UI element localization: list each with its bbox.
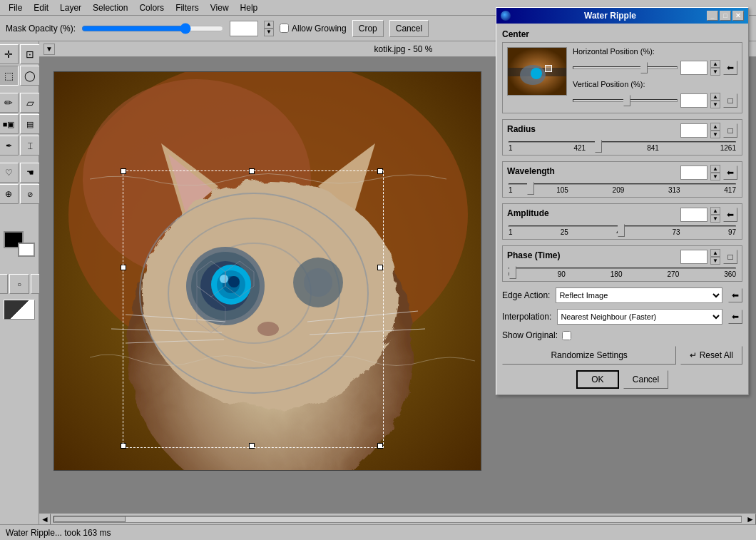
tool-btn-1[interactable]: ○	[0, 274, 8, 294]
wavelength-spin-down[interactable]: ▼	[710, 173, 720, 180]
amplitude-thumb[interactable]	[618, 224, 625, 237]
phase-spin-down[interactable]: ▼	[710, 257, 720, 265]
tool-fg-bg[interactable]	[4, 300, 35, 320]
tool-pan[interactable]: ☚	[20, 163, 40, 183]
handle-tl[interactable]	[121, 168, 126, 174]
menu-layer[interactable]: Layer	[54, 1, 87, 14]
tool-eraser[interactable]: ▱	[20, 93, 40, 113]
v-position-input[interactable]: 50	[680, 93, 708, 108]
spin-down[interactable]: ▼	[264, 29, 274, 36]
menu-edit[interactable]: Edit	[28, 1, 54, 14]
radius-slider[interactable]	[509, 141, 736, 143]
tool-crop2[interactable]: ⊡	[20, 44, 40, 64]
h-position-thumb[interactable]	[640, 62, 648, 73]
close-btn[interactable]: ✕	[732, 11, 744, 21]
randomize-button[interactable]: Randomize Settings	[502, 346, 676, 365]
handle-bl[interactable]	[121, 443, 126, 449]
amplitude-spinner[interactable]: ▲ ▼	[710, 207, 720, 223]
h-position-spinner[interactable]: ▲ ▼	[710, 60, 720, 76]
amplitude-input[interactable]: 49	[680, 208, 708, 222]
amplitude-reset-btn[interactable]: ⬅	[723, 208, 737, 222]
phase-slider[interactable]	[509, 268, 736, 269]
menu-help[interactable]: Help	[235, 1, 264, 14]
phase-spin-up[interactable]: ▲	[710, 249, 720, 257]
wavelength-slider[interactable]	[509, 183, 736, 185]
handle-br[interactable]	[377, 443, 383, 449]
radius-thumb[interactable]	[595, 140, 602, 153]
v-spin-up[interactable]: ▲	[710, 93, 720, 101]
v-reset-btn[interactable]: □	[723, 93, 737, 108]
v-position-spinner[interactable]: ▲ ▼	[710, 93, 720, 108]
tool-zoom[interactable]: ⊕	[0, 184, 19, 204]
edge-action-select[interactable]: Reflect Image Smear Black	[556, 287, 722, 303]
h-scroll-track[interactable]	[53, 516, 742, 523]
wavelength-reset-btn[interactable]: ⬅	[723, 165, 737, 180]
h-scrollbar[interactable]: ◄ ►	[39, 513, 756, 524]
tool-gradient[interactable]: ▤	[20, 114, 40, 134]
maximize-btn[interactable]: □	[720, 11, 731, 21]
radius-spin-down[interactable]: ▼	[710, 131, 720, 138]
spin-up[interactable]: ▲	[264, 21, 274, 29]
handle-ml[interactable]	[121, 265, 126, 270]
menu-selection[interactable]: Selection	[87, 1, 133, 14]
interp-reset-btn[interactable]: ⬅	[728, 310, 742, 324]
mask-opacity-spinner[interactable]: ▲ ▼	[264, 21, 274, 36]
h-position-slider[interactable]	[573, 66, 678, 69]
tool-path[interactable]: ⌶	[20, 136, 40, 156]
tool-color-fill[interactable]: ■▣	[0, 114, 19, 134]
tool-paint-brush[interactable]: ✏	[0, 93, 19, 113]
wavelength-spin-up[interactable]: ▲	[710, 165, 720, 173]
mask-opacity-slider[interactable]	[81, 23, 224, 34]
phase-spinner[interactable]: ▲ ▼	[710, 249, 720, 265]
tool-move[interactable]: ✛	[0, 44, 19, 64]
tool-select-ellipse[interactable]: ◯	[20, 66, 40, 86]
amplitude-spin-down[interactable]: ▼	[710, 215, 720, 223]
tool-select-rect[interactable]: ⬚	[0, 66, 19, 86]
radius-reset-btn[interactable]: □	[723, 123, 737, 138]
scroll-left-btn[interactable]: ◄	[39, 514, 51, 525]
v-spin-down[interactable]: ▼	[710, 101, 720, 108]
show-original-checkbox[interactable]	[562, 331, 571, 340]
handle-mr[interactable]	[377, 265, 383, 270]
radius-spin-up[interactable]: ▲	[710, 123, 720, 131]
tool-measure[interactable]: ⊘	[20, 184, 40, 204]
background-color[interactable]	[18, 243, 35, 257]
tool-pencil[interactable]: ✒	[0, 136, 19, 156]
canvas-scroll-btn[interactable]: ▼	[44, 44, 55, 55]
handle-bm[interactable]	[249, 443, 255, 449]
wavelength-spinner[interactable]: ▲ ▼	[710, 165, 720, 180]
phase-input[interactable]: 0	[680, 250, 708, 264]
h-reset-btn[interactable]: ⬅	[723, 61, 737, 75]
v-position-thumb[interactable]	[623, 95, 630, 106]
allow-growing-label[interactable]: Allow Growing	[280, 24, 347, 34]
h-scroll-thumb[interactable]	[54, 516, 126, 522]
mask-opacity-input[interactable]: 75	[230, 21, 258, 36]
phase-reset-btn[interactable]: □	[723, 250, 737, 264]
h-spin-up[interactable]: ▲	[710, 60, 720, 68]
tool-lasso[interactable]: ♡	[0, 163, 19, 183]
interpolation-select[interactable]: Nearest Neighbour (Faster) Linear Cubic	[557, 309, 722, 325]
phase-thumb[interactable]	[509, 266, 516, 279]
crop-button[interactable]: Crop	[352, 20, 384, 37]
scroll-right-btn[interactable]: ►	[745, 514, 756, 525]
minimize-btn[interactable]: _	[707, 11, 718, 21]
radius-spinner[interactable]: ▲ ▼	[710, 123, 720, 138]
tool-btn-2[interactable]: ○	[9, 274, 29, 294]
allow-growing-checkbox[interactable]	[280, 24, 289, 33]
amplitude-slider[interactable]	[509, 225, 736, 227]
edge-reset-btn[interactable]: ⬅	[728, 288, 742, 302]
menu-file[interactable]: File	[3, 1, 28, 14]
wavelength-input[interactable]: 37	[680, 165, 708, 180]
radius-input[interactable]: 504	[680, 123, 708, 138]
handle-tm[interactable]	[249, 168, 255, 174]
dialog-cancel-button[interactable]: Cancel	[623, 370, 668, 389]
h-position-input[interactable]: 67	[680, 61, 708, 75]
wavelength-thumb[interactable]	[527, 182, 534, 195]
handle-tr[interactable]	[377, 168, 383, 174]
cancel-button[interactable]: Cancel	[389, 20, 429, 37]
ok-button[interactable]: OK	[576, 370, 619, 389]
v-position-slider[interactable]	[573, 99, 678, 102]
menu-filters[interactable]: Filters	[170, 1, 205, 14]
amplitude-spin-up[interactable]: ▲	[710, 207, 720, 215]
menu-colors[interactable]: Colors	[133, 1, 170, 14]
